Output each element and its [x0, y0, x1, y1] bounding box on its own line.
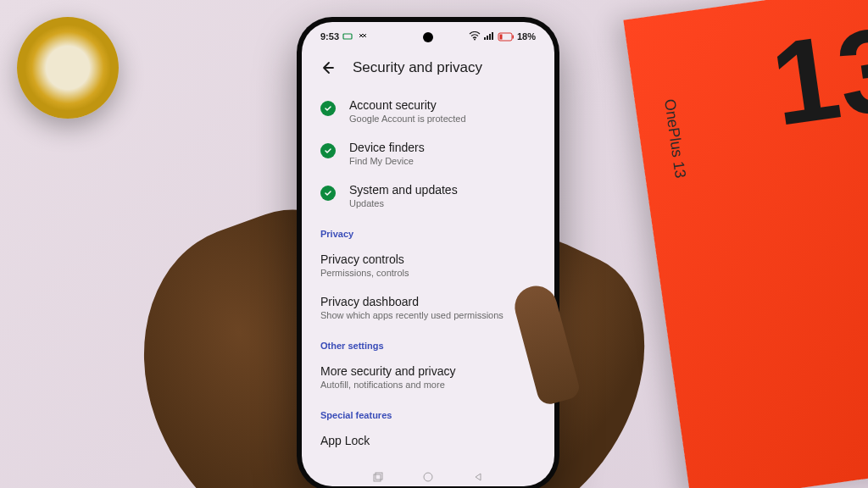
section-other-settings: Other settings: [302, 329, 554, 356]
notification-icon: [342, 32, 354, 41]
svg-rect-10: [374, 474, 381, 481]
section-special-features: Special features: [302, 398, 554, 425]
phone-frame: 9:53 18%: [297, 17, 559, 488]
svg-rect-0: [343, 34, 352, 39]
svg-point-11: [424, 473, 432, 481]
item-subtitle: Autofill, notifications and more: [320, 380, 456, 390]
svg-rect-4: [489, 34, 491, 40]
section-privacy: Privacy: [302, 217, 554, 244]
desk-clock-prop: [17, 17, 119, 119]
svg-rect-8: [499, 34, 502, 39]
navigation-bar: [302, 468, 554, 486]
item-title: System and updates: [349, 183, 458, 197]
nav-home-button[interactable]: [422, 471, 434, 483]
back-button[interactable]: [317, 58, 337, 78]
wifi-icon: [469, 31, 481, 42]
box-number-text: 13: [764, 0, 868, 153]
item-title: Account security: [349, 98, 466, 112]
item-account-security[interactable]: Account security Google Account is prote…: [302, 90, 554, 132]
item-more-security[interactable]: More security and privacy Autofill, noti…: [302, 356, 554, 398]
svg-rect-7: [512, 35, 514, 38]
item-subtitle: Show which apps recently used permission…: [320, 310, 504, 320]
item-subtitle: Find My Device: [349, 156, 425, 166]
signal-icon: [483, 31, 495, 42]
box-brand-text: OnePlus 13: [660, 98, 689, 180]
phone-screen: 9:53 18%: [302, 22, 554, 486]
status-bar-right: 18%: [469, 31, 536, 42]
svg-rect-9: [376, 473, 382, 480]
item-title: App Lock: [320, 434, 370, 447]
notification-icon-2: [358, 32, 370, 41]
back-arrow-icon: [319, 59, 336, 76]
item-subtitle: Updates: [349, 198, 458, 208]
svg-rect-5: [492, 32, 493, 40]
check-icon: [320, 186, 336, 201]
item-device-finders[interactable]: Device finders Find My Device: [302, 132, 554, 175]
item-subtitle: Google Account is protected: [349, 114, 466, 124]
status-bar-left: 9:53: [320, 31, 370, 42]
nav-recents-button[interactable]: [372, 471, 384, 483]
battery-percent: 18%: [517, 31, 536, 42]
svg-rect-3: [487, 36, 488, 40]
svg-point-1: [474, 38, 476, 40]
item-title: Device finders: [349, 141, 425, 154]
check-icon: [320, 143, 336, 158]
product-box-prop: OnePlus 13 13: [623, 0, 868, 488]
settings-list[interactable]: Account security Google Account is prote…: [302, 90, 554, 468]
item-title: Privacy controls: [320, 252, 409, 266]
item-system-updates[interactable]: System and updates Updates: [302, 175, 554, 217]
item-privacy-controls[interactable]: Privacy controls Permissions, controls: [302, 244, 554, 286]
item-subtitle: Permissions, controls: [320, 268, 409, 278]
camera-hole: [423, 32, 433, 42]
check-icon: [320, 101, 336, 116]
page-title: Security and privacy: [353, 59, 482, 76]
nav-back-button[interactable]: [472, 471, 484, 483]
status-time: 9:53: [320, 31, 339, 42]
item-app-lock[interactable]: App Lock: [302, 425, 554, 456]
battery-icon: [498, 32, 515, 42]
item-title: More security and privacy: [320, 364, 456, 378]
svg-rect-2: [484, 37, 486, 40]
page-header: Security and privacy: [302, 51, 554, 90]
item-title: Privacy dashboard: [320, 295, 504, 308]
